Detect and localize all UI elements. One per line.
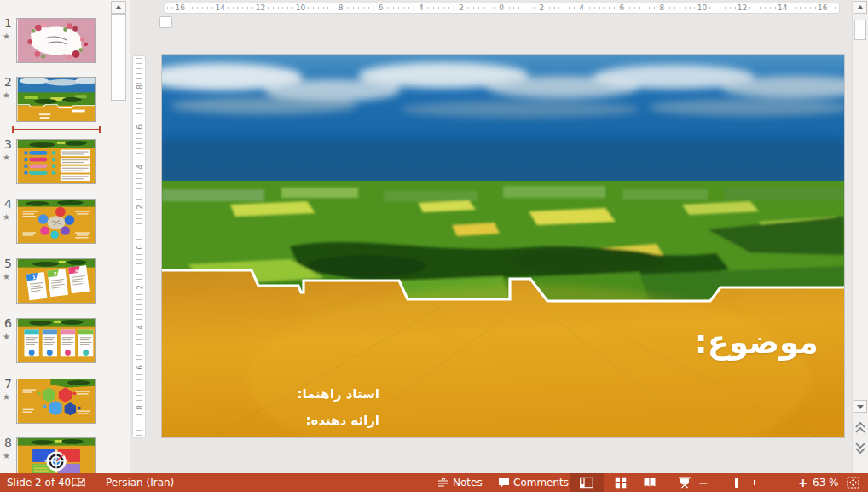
notes-icon: [437, 478, 449, 490]
supervisor-label: استاد راهنما:: [213, 381, 379, 408]
slide-thumbnail-7[interactable]: 7 ★: [0, 379, 109, 424]
ruler-label: 0: [497, 3, 506, 13]
fit-slide-to-window-button[interactable]: [846, 476, 860, 492]
slide-thumbnail-preview: [16, 199, 96, 244]
ruler-label: 4: [136, 324, 145, 331]
vertical-ruler: 864202468: [132, 55, 146, 438]
zoom-slider-center-tick: [754, 480, 755, 485]
zoom-level[interactable]: 63 %: [813, 473, 839, 492]
svg-text:2: 2: [53, 271, 57, 276]
slide-insertion-indicator: [12, 129, 101, 130]
ruler-label: 4: [136, 164, 145, 171]
ruler-label: 0: [136, 244, 145, 251]
next-slide-button[interactable]: [853, 441, 868, 458]
slide-number: 5: [4, 257, 12, 270]
slide-thumbnail-preview: [16, 18, 96, 63]
zoom-in-button[interactable]: +: [798, 473, 808, 492]
ruler-label: 6: [617, 3, 626, 13]
ruler-origin-box: [159, 16, 172, 28]
ruler-label: 4: [417, 3, 425, 13]
slide-number: 7: [4, 377, 12, 391]
ruler-label: 14: [214, 3, 227, 13]
normal-view-button[interactable]: [570, 473, 604, 492]
ruler-label: 6: [136, 124, 145, 130]
reading-view-icon: [644, 478, 657, 488]
animation-star-icon: ★: [3, 212, 10, 222]
slide-thumbnail-6[interactable]: 6 ★: [0, 318, 109, 363]
slide-thumbnail-5[interactable]: 5 ★ 1 2 3: [0, 258, 109, 304]
slide-number: 2: [4, 75, 12, 89]
slide-number: 8: [4, 436, 12, 449]
animation-star-icon: ★: [3, 451, 10, 460]
slide-thumbnail-preview: [16, 379, 96, 424]
ruler-label: 4: [577, 3, 586, 13]
slide-thumbnail-preview: [16, 77, 96, 122]
thumbnail-scroll-up-button[interactable]: [111, 1, 126, 14]
comments-toggle-button[interactable]: Comments: [513, 473, 569, 492]
horizontal-ruler: 1614121086420246810121416: [165, 3, 840, 14]
svg-text:3: 3: [74, 268, 78, 273]
animation-star-icon: ★: [3, 90, 10, 100]
animation-star-icon: ★: [3, 332, 10, 341]
thumbnail-panel-scrollbar[interactable]: [110, 0, 127, 473]
language-indicator[interactable]: Persian (Iran): [106, 473, 174, 492]
notes-toggle-button[interactable]: Notes: [453, 473, 483, 492]
slide-thumbnail-4[interactable]: 4 ★: [0, 199, 109, 244]
main-scrollbar-thumb[interactable]: [854, 20, 866, 40]
zoom-out-button[interactable]: −: [698, 473, 709, 492]
slide-background-image: [162, 55, 844, 437]
slide-title-textbox[interactable]: موضوع:: [695, 324, 819, 361]
slide-number: 6: [4, 316, 12, 330]
ruler-label: 10: [696, 3, 709, 13]
slide-number: 4: [4, 197, 12, 211]
slide-canvas[interactable]: موضوع: استاد راهنما: ارائه دهنده:: [162, 55, 844, 437]
slide-number: 1: [4, 16, 12, 30]
slide-thumbnail-3[interactable]: 3 ★: [0, 139, 109, 184]
slide-credits-textbox[interactable]: استاد راهنما: ارائه دهنده:: [213, 381, 379, 434]
slide-sorter-view-button[interactable]: [607, 473, 634, 492]
spell-check-icon[interactable]: [72, 477, 85, 491]
triangle-up-icon: [115, 5, 122, 9]
slide-thumbnail-1[interactable]: 1 ★: [0, 18, 109, 63]
triangle-down-icon: [857, 405, 864, 409]
slide-show-button[interactable]: [670, 473, 699, 492]
ruler-label: 6: [136, 364, 145, 371]
triangle-up-icon: [857, 5, 864, 9]
slide-thumbnail-preview: [16, 318, 96, 363]
ruler-label: 16: [816, 3, 829, 13]
slide-thumbnail-8[interactable]: 8 ★: [0, 437, 109, 473]
ruler-label: 8: [136, 84, 145, 90]
ruler-label: 14: [776, 3, 789, 13]
ruler-label: 8: [337, 3, 345, 13]
slide-thumbnail-preview: [16, 437, 96, 473]
animation-star-icon: ★: [3, 392, 10, 402]
animation-star-icon: ★: [3, 153, 10, 162]
ruler-label: 12: [736, 3, 749, 13]
reading-view-button[interactable]: [636, 473, 663, 492]
ruler-label: 10: [294, 3, 307, 13]
thumbnail-scrollbar-thumb[interactable]: [111, 14, 126, 101]
ruler-label: 2: [537, 3, 546, 13]
double-chevron-down-icon: [855, 442, 865, 454]
ruler-label: 8: [136, 404, 145, 411]
svg-text:1: 1: [32, 275, 37, 280]
scroll-up-button[interactable]: [854, 1, 867, 14]
ruler-label: 2: [457, 3, 466, 13]
presenter-label: ارائه دهنده:: [213, 408, 379, 434]
slide-show-icon: [678, 477, 692, 489]
powerpoint-window: 1 ★ 2 ★: [0, 0, 868, 492]
slide-thumbnail-preview: [16, 139, 96, 184]
slide-thumbnail-panel: 1 ★ 2 ★: [0, 0, 130, 473]
ruler-label: 8: [658, 3, 667, 13]
previous-slide-button[interactable]: [853, 421, 868, 438]
ruler-label: 12: [254, 3, 267, 13]
double-chevron-up-icon: [855, 422, 865, 434]
status-bar: Slide 2 of 40 Persian (Iran) Notes Comme…: [0, 473, 868, 492]
ruler-label: 16: [173, 3, 186, 13]
slide-sorter-icon: [616, 478, 627, 489]
slide-thumbnail-2-current[interactable]: 2 ★: [0, 77, 109, 122]
main-vertical-scrollbar[interactable]: [852, 0, 868, 473]
scroll-down-button[interactable]: [854, 400, 867, 413]
comments-icon: [498, 478, 510, 491]
zoom-slider-thumb[interactable]: [735, 478, 738, 488]
